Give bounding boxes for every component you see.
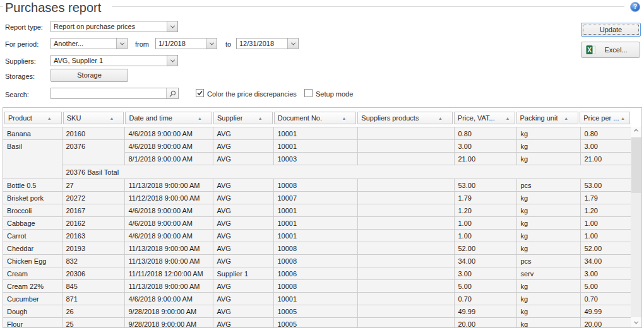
cell-packing-unit: kg <box>516 293 580 305</box>
cell-packing-unit: kg <box>516 192 580 204</box>
cell-price-vat: 0.80 <box>454 127 516 140</box>
report-type-value: Report on purchase prices <box>51 23 167 30</box>
cell-sku: 20167 <box>62 204 124 217</box>
column-header-document-no[interactable]: Document No.▲ <box>274 112 357 124</box>
column-header-sku[interactable]: SKU▲ <box>63 112 124 124</box>
report-type-label: Report type: <box>5 23 43 31</box>
cell-price-per: 3.00 <box>580 140 632 153</box>
scrollbar-thumb[interactable] <box>631 138 641 193</box>
table-row[interactable]: Basil203764/6/2018 9:00:00 AMAVG100013.0… <box>3 140 632 153</box>
column-header-suppliers-products[interactable]: Suppliers products▲ <box>357 112 453 124</box>
cell-product: Cheddar <box>3 242 62 255</box>
column-header-supplier[interactable]: Supplier▲ <box>213 112 273 124</box>
table-row[interactable]: Brisket pork2027211/12/2018 9:00:00 AMAV… <box>3 192 632 204</box>
cell-sku: 832 <box>62 255 124 267</box>
cell-price-per: 1.00 <box>580 217 632 230</box>
table-row[interactable]: Cream 22%84511/13/2018 9:00:00 AMAVG1000… <box>3 280 632 293</box>
update-button[interactable]: Update <box>581 23 641 37</box>
storage-button[interactable]: Storage <box>51 69 128 82</box>
column-header-price-vat[interactable]: Price, VAT...▲ <box>454 112 515 124</box>
table-row[interactable]: Cucumber8714/6/2018 9:00:00 AMAVG100010.… <box>3 293 632 305</box>
storages-label: Storages: <box>5 73 35 80</box>
cell-product: Banana <box>3 127 62 140</box>
chevron-down-icon[interactable] <box>287 38 298 49</box>
cell-sku: 20306 <box>62 267 124 280</box>
table-row[interactable]: Cream2030611/11/2018 12:00:00 AMSupplier… <box>3 267 632 280</box>
sort-asc-icon: ▲ <box>438 115 443 121</box>
group-total-row[interactable]: 20376 Basil Total <box>3 165 632 179</box>
cell-document-no: 10001 <box>273 217 357 230</box>
cell-supplier: AVG <box>213 318 273 328</box>
cell-price-vat: 1.79 <box>454 192 516 204</box>
cell-sku: 20160 <box>62 127 124 140</box>
suppliers-combobox[interactable]: AVG, Supplier 1 <box>51 55 178 66</box>
cell-datetime: 4/6/2018 9:00:00 AM <box>124 140 213 153</box>
cell-suppliers-products <box>357 230 454 242</box>
color-discrepancies-label: Color the price discrepancies <box>207 90 297 98</box>
cell-packing-unit: serv <box>516 267 580 280</box>
table-row[interactable]: Cheddar2019311/13/2018 9:00:00 AMAVG1000… <box>3 242 632 255</box>
column-header-date-and-time[interactable]: Date and time▲ <box>125 112 212 124</box>
chevron-down-icon[interactable] <box>116 38 127 49</box>
cell-document-no: 10005 <box>273 318 357 328</box>
cell-document-no: 10001 <box>273 140 357 153</box>
cell-price-vat: 53.00 <box>454 179 516 192</box>
table-row[interactable]: Carrot201634/6/2018 9:00:00 AMAVG100011.… <box>3 230 632 242</box>
cell-price-vat: 1.00 <box>454 217 516 230</box>
period-value: Another... <box>51 40 116 47</box>
date-to-picker[interactable]: 12/31/2018 <box>236 38 299 49</box>
cell-supplier: AVG <box>213 255 273 267</box>
report-type-combobox[interactable]: Report on purchase prices <box>51 21 178 32</box>
table-row[interactable]: Cabbage201624/6/2018 9:00:00 AMAVG100011… <box>3 217 632 230</box>
cell-suppliers-products <box>357 192 454 204</box>
search-input[interactable] <box>51 88 166 98</box>
cell-datetime: 11/13/2018 9:00:00 AM <box>124 280 213 293</box>
cell-document-no: 10006 <box>273 267 357 280</box>
cell-supplier: AVG <box>213 140 273 153</box>
period-combobox[interactable]: Another... <box>51 38 128 49</box>
column-header-price-per[interactable]: Price per ...▲ <box>580 112 630 124</box>
table-row[interactable]: Dough269/28/2018 9:00:00 AMAVG1000549.99… <box>3 305 632 318</box>
table-row[interactable]: Bottle 0.52711/13/2018 9:00:00 AMAVG1000… <box>3 179 632 192</box>
table-row[interactable]: Flour259/28/2018 9:00:00 AMAVG1000520.00… <box>3 318 632 328</box>
cell-price-vat: 1.00 <box>454 230 516 242</box>
excel-label: Excel... <box>596 46 636 54</box>
cell-packing-unit: kg <box>516 230 580 242</box>
cell-datetime: 4/6/2018 9:00:00 AM <box>124 204 213 217</box>
cell-product: Cream <box>3 267 62 280</box>
cell-supplier: AVG <box>213 127 273 140</box>
cell-document-no: 10001 <box>273 204 357 217</box>
chevron-down-icon[interactable] <box>167 21 177 32</box>
scroll-down-button[interactable] <box>631 317 641 327</box>
cell-supplier: AVG <box>213 305 273 318</box>
vertical-scrollbar[interactable] <box>631 127 641 327</box>
cell-packing-unit: kg <box>516 280 580 293</box>
excel-button[interactable]: X Excel... <box>581 42 640 58</box>
cell-price-per: 20.00 <box>580 318 632 328</box>
chevron-down-icon[interactable] <box>206 38 217 49</box>
date-from-picker[interactable]: 1/1/2018 <box>155 38 217 49</box>
cell-supplier: AVG <box>213 192 273 204</box>
scroll-up-button[interactable] <box>631 127 641 137</box>
cell-suppliers-products <box>357 318 454 328</box>
table-row[interactable]: Chicken Egg83211/13/2018 9:00:00 AMAVG10… <box>3 255 632 267</box>
column-header-packing-unit[interactable]: Packing unit▲ <box>516 112 579 124</box>
cell-suppliers-products <box>357 179 454 192</box>
cell-document-no: 10007 <box>273 192 357 204</box>
column-header-product[interactable]: Product▲ <box>4 112 62 124</box>
cell-price-per: 0.70 <box>580 293 632 305</box>
table-row[interactable]: Broccoli201674/6/2018 9:00:00 AMAVG10001… <box>3 204 632 217</box>
chevron-down-icon[interactable] <box>167 56 177 66</box>
help-icon[interactable]: ? <box>630 2 640 12</box>
color-discrepancies-checkbox[interactable] <box>196 89 204 97</box>
setup-mode-checkbox[interactable] <box>304 89 313 97</box>
cell-price-vat: 3.00 <box>454 267 516 280</box>
cell-price-vat: 1.20 <box>454 204 516 217</box>
search-button[interactable] <box>166 88 178 98</box>
grid-header: Product▲SKU▲Date and time▲Supplier▲Docum… <box>3 108 631 127</box>
cell-price-per: 3.00 <box>580 267 632 280</box>
column-label: Price, VAT... <box>458 114 495 122</box>
column-label: Supplier <box>217 114 242 122</box>
column-label: Document No. <box>278 114 322 122</box>
table-row[interactable]: Banana201604/6/2018 9:00:00 AMAVG100010.… <box>3 127 632 140</box>
